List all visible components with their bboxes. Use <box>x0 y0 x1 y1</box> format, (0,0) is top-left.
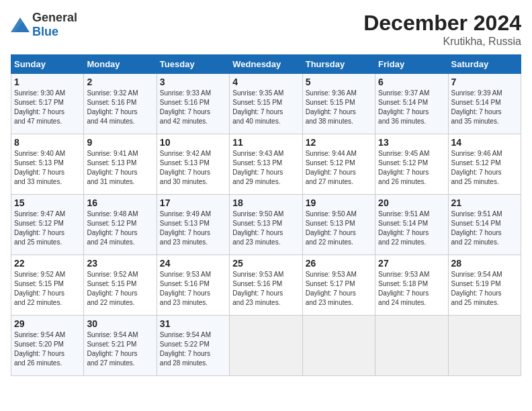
day-of-week-header: Friday <box>375 55 448 74</box>
calendar-cell: 31Sunrise: 9:54 AM Sunset: 5:22 PM Dayli… <box>157 316 229 376</box>
calendar-cell: 13Sunrise: 9:45 AM Sunset: 5:12 PM Dayli… <box>375 134 448 195</box>
day-info: Sunrise: 9:35 AM Sunset: 5:15 PM Dayligh… <box>232 89 299 126</box>
day-number: 16 <box>87 197 153 208</box>
day-number: 10 <box>160 137 226 148</box>
calendar-cell: 22Sunrise: 9:52 AM Sunset: 5:15 PM Dayli… <box>11 255 84 316</box>
logo-blue: Blue <box>32 25 58 38</box>
calendar-cell: 29Sunrise: 9:54 AM Sunset: 5:20 PM Dayli… <box>11 316 84 376</box>
calendar-week-row: 29Sunrise: 9:54 AM Sunset: 5:20 PM Dayli… <box>11 316 521 376</box>
day-info: Sunrise: 9:30 AM Sunset: 5:17 PM Dayligh… <box>14 89 81 126</box>
logo-icon <box>11 17 30 32</box>
calendar-week-row: 1Sunrise: 9:30 AM Sunset: 5:17 PM Daylig… <box>11 74 521 134</box>
day-info: Sunrise: 9:32 AM Sunset: 5:16 PM Dayligh… <box>87 89 153 126</box>
calendar-cell: 4Sunrise: 9:35 AM Sunset: 5:15 PM Daylig… <box>230 74 302 134</box>
day-info: Sunrise: 9:51 AM Sunset: 5:14 PM Dayligh… <box>378 210 445 247</box>
day-number: 27 <box>378 258 445 269</box>
day-number: 6 <box>378 77 445 87</box>
day-info: Sunrise: 9:45 AM Sunset: 5:12 PM Dayligh… <box>378 149 445 187</box>
calendar-week-row: 15Sunrise: 9:47 AM Sunset: 5:12 PM Dayli… <box>11 195 521 255</box>
day-info: Sunrise: 9:53 AM Sunset: 5:16 PM Dayligh… <box>232 270 299 308</box>
day-number: 28 <box>451 258 518 269</box>
day-info: Sunrise: 9:52 AM Sunset: 5:15 PM Dayligh… <box>87 270 153 308</box>
day-number: 5 <box>306 77 372 87</box>
day-info: Sunrise: 9:36 AM Sunset: 5:15 PM Dayligh… <box>306 89 372 126</box>
day-number: 3 <box>160 77 226 87</box>
day-info: Sunrise: 9:53 AM Sunset: 5:17 PM Dayligh… <box>306 270 372 308</box>
day-number: 22 <box>14 258 81 269</box>
day-number: 1 <box>14 77 81 87</box>
day-info: Sunrise: 9:39 AM Sunset: 5:14 PM Dayligh… <box>451 89 518 126</box>
calendar-cell: 20Sunrise: 9:51 AM Sunset: 5:14 PM Dayli… <box>375 195 448 255</box>
day-number: 17 <box>160 197 226 208</box>
calendar-week-row: 22Sunrise: 9:52 AM Sunset: 5:15 PM Dayli… <box>11 255 521 316</box>
day-info: Sunrise: 9:52 AM Sunset: 5:15 PM Dayligh… <box>14 270 81 308</box>
day-number: 19 <box>306 197 372 208</box>
calendar-cell: 5Sunrise: 9:36 AM Sunset: 5:15 PM Daylig… <box>302 74 375 134</box>
calendar-cell: 23Sunrise: 9:52 AM Sunset: 5:15 PM Dayli… <box>84 255 157 316</box>
calendar-cell: 30Sunrise: 9:54 AM Sunset: 5:21 PM Dayli… <box>84 316 157 376</box>
day-info: Sunrise: 9:54 AM Sunset: 5:21 PM Dayligh… <box>87 330 153 368</box>
title-area: December 2024 Krutikha, Russia <box>363 11 521 48</box>
calendar-cell: 12Sunrise: 9:44 AM Sunset: 5:12 PM Dayli… <box>302 134 375 195</box>
day-info: Sunrise: 9:49 AM Sunset: 5:13 PM Dayligh… <box>160 210 226 247</box>
calendar-cell: 17Sunrise: 9:49 AM Sunset: 5:13 PM Dayli… <box>157 195 229 255</box>
month-title: December 2024 <box>363 11 521 36</box>
calendar-cell <box>302 316 375 376</box>
day-of-week-header: Tuesday <box>157 55 229 74</box>
logo: General Blue <box>11 11 77 39</box>
day-of-week-header: Sunday <box>11 55 84 74</box>
day-info: Sunrise: 9:43 AM Sunset: 5:13 PM Dayligh… <box>232 149 299 187</box>
calendar-cell: 2Sunrise: 9:32 AM Sunset: 5:16 PM Daylig… <box>84 74 157 134</box>
day-number: 20 <box>378 197 445 208</box>
day-info: Sunrise: 9:53 AM Sunset: 5:16 PM Dayligh… <box>160 270 226 308</box>
day-number: 21 <box>451 197 518 208</box>
calendar-cell: 15Sunrise: 9:47 AM Sunset: 5:12 PM Dayli… <box>11 195 84 255</box>
calendar-cell: 18Sunrise: 9:50 AM Sunset: 5:13 PM Dayli… <box>230 195 302 255</box>
calendar-cell: 19Sunrise: 9:50 AM Sunset: 5:13 PM Dayli… <box>302 195 375 255</box>
day-number: 31 <box>160 318 226 329</box>
day-number: 29 <box>14 318 81 329</box>
day-info: Sunrise: 9:48 AM Sunset: 5:12 PM Dayligh… <box>87 210 153 247</box>
calendar-cell: 26Sunrise: 9:53 AM Sunset: 5:17 PM Dayli… <box>302 255 375 316</box>
calendar-cell: 1Sunrise: 9:30 AM Sunset: 5:17 PM Daylig… <box>11 74 84 134</box>
day-number: 12 <box>306 137 372 148</box>
day-info: Sunrise: 9:50 AM Sunset: 5:13 PM Dayligh… <box>306 210 372 247</box>
calendar-cell: 9Sunrise: 9:41 AM Sunset: 5:13 PM Daylig… <box>84 134 157 195</box>
calendar-cell: 28Sunrise: 9:54 AM Sunset: 5:19 PM Dayli… <box>448 255 521 316</box>
day-info: Sunrise: 9:41 AM Sunset: 5:13 PM Dayligh… <box>87 149 153 187</box>
day-info: Sunrise: 9:46 AM Sunset: 5:12 PM Dayligh… <box>451 149 518 187</box>
calendar-cell: 11Sunrise: 9:43 AM Sunset: 5:13 PM Dayli… <box>230 134 302 195</box>
calendar-cell: 6Sunrise: 9:37 AM Sunset: 5:14 PM Daylig… <box>375 74 448 134</box>
day-of-week-header: Saturday <box>448 55 521 74</box>
page-header: General Blue December 2024 Krutikha, Rus… <box>11 11 521 48</box>
calendar-cell: 16Sunrise: 9:48 AM Sunset: 5:12 PM Dayli… <box>84 195 157 255</box>
day-number: 4 <box>232 77 299 87</box>
calendar-cell: 10Sunrise: 9:42 AM Sunset: 5:13 PM Dayli… <box>157 134 229 195</box>
day-number: 11 <box>232 137 299 148</box>
calendar-cell <box>448 316 521 376</box>
calendar-cell: 27Sunrise: 9:53 AM Sunset: 5:18 PM Dayli… <box>375 255 448 316</box>
calendar-cell: 24Sunrise: 9:53 AM Sunset: 5:16 PM Dayli… <box>157 255 229 316</box>
calendar-table: SundayMondayTuesdayWednesdayThursdayFrid… <box>11 54 521 376</box>
calendar-cell: 14Sunrise: 9:46 AM Sunset: 5:12 PM Dayli… <box>448 134 521 195</box>
day-number: 18 <box>232 197 299 208</box>
calendar-cell: 3Sunrise: 9:33 AM Sunset: 5:16 PM Daylig… <box>157 74 229 134</box>
day-number: 30 <box>87 318 153 329</box>
day-number: 2 <box>87 77 153 87</box>
location-title: Krutikha, Russia <box>363 36 521 48</box>
day-info: Sunrise: 9:42 AM Sunset: 5:13 PM Dayligh… <box>160 149 226 187</box>
day-number: 7 <box>451 77 518 87</box>
calendar-cell: 7Sunrise: 9:39 AM Sunset: 5:14 PM Daylig… <box>448 74 521 134</box>
logo-general: General <box>32 11 77 24</box>
day-of-week-header: Thursday <box>302 55 375 74</box>
calendar-week-row: 8Sunrise: 9:40 AM Sunset: 5:13 PM Daylig… <box>11 134 521 195</box>
day-number: 9 <box>87 137 153 148</box>
calendar-header-row: SundayMondayTuesdayWednesdayThursdayFrid… <box>11 55 521 74</box>
day-number: 23 <box>87 258 153 269</box>
day-number: 25 <box>232 258 299 269</box>
day-number: 13 <box>378 137 445 148</box>
day-number: 24 <box>160 258 226 269</box>
day-info: Sunrise: 9:40 AM Sunset: 5:13 PM Dayligh… <box>14 149 81 187</box>
calendar-cell: 8Sunrise: 9:40 AM Sunset: 5:13 PM Daylig… <box>11 134 84 195</box>
calendar-cell <box>230 316 302 376</box>
